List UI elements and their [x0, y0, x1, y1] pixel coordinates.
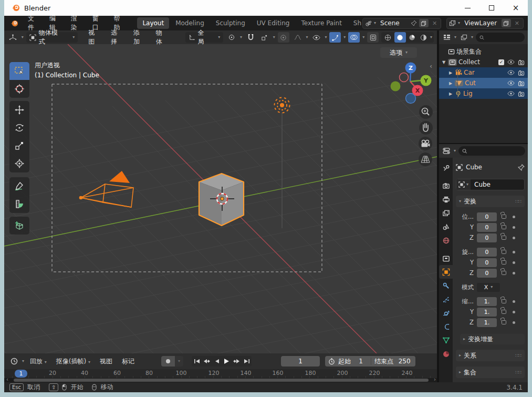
tool-move[interactable] — [9, 101, 29, 119]
maximize-button[interactable] — [479, 0, 504, 16]
pin-icon[interactable] — [411, 20, 417, 26]
shading-rendered-icon[interactable] — [419, 32, 429, 43]
timeline-view-menu[interactable]: 视图 — [96, 356, 116, 367]
current-frame-field[interactable]: 1 — [281, 356, 320, 367]
workspace-tab-sculpting[interactable]: Sculpting — [211, 17, 251, 29]
shading-solid-icon[interactable] — [394, 32, 406, 43]
outliner-editor-icon[interactable] — [442, 32, 452, 43]
lock-icon[interactable] — [502, 310, 506, 314]
properties-search-input[interactable] — [470, 148, 521, 155]
play-button[interactable] — [222, 356, 232, 367]
panel-delta-transform-header[interactable]: ▸ 变换增量 — [460, 334, 525, 344]
render-visibility-icon[interactable] — [518, 59, 525, 65]
tool-rotate[interactable] — [9, 119, 29, 137]
tool-measure[interactable] — [9, 195, 29, 213]
zoom-button[interactable] — [419, 105, 433, 119]
outliner-row-camera[interactable]: ▶ Car — [439, 67, 528, 78]
playback-menu[interactable]: 回放 ▾ — [26, 356, 50, 367]
lock-icon[interactable] — [502, 236, 506, 240]
render-visibility-icon[interactable] — [518, 80, 525, 86]
tab-object[interactable] — [439, 265, 453, 279]
transform-orientation[interactable]: 全局 ▾ — [185, 32, 224, 43]
editor-type-icon[interactable] — [7, 32, 19, 43]
scene-selector[interactable]: ▾ Scene ✕ — [362, 18, 441, 29]
chevron-down-icon[interactable]: ▾ — [175, 356, 183, 367]
panel-collections-header[interactable]: ▸ 集合 ∷∷ — [456, 367, 525, 378]
location-y-field[interactable]: 0 — [477, 223, 497, 232]
minimize-button[interactable] — [455, 0, 479, 16]
tool-transform[interactable] — [9, 155, 29, 172]
record-button[interactable] — [161, 356, 175, 367]
prev-keyframe-button[interactable] — [202, 356, 212, 367]
keyframe-dot[interactable] — [513, 311, 515, 313]
lock-icon[interactable] — [502, 225, 506, 229]
pin-icon[interactable] — [518, 164, 525, 171]
tab-view-layer[interactable] — [439, 206, 453, 220]
outliner-search[interactable] — [476, 33, 525, 42]
lock-icon[interactable] — [502, 299, 506, 303]
tab-scene[interactable] — [439, 220, 453, 233]
shading-wireframe-icon[interactable] — [383, 32, 393, 43]
new-viewlayer-button[interactable] — [502, 19, 511, 27]
ortho-grid-button[interactable] — [419, 152, 432, 166]
object-type-icon[interactable]: ▾ — [456, 179, 471, 190]
play-reverse-button[interactable] — [212, 356, 222, 367]
navigation-gizmo[interactable]: Z Y X — [391, 63, 432, 104]
lock-icon[interactable] — [502, 250, 506, 254]
outliner-row-light[interactable]: ▶ Lig — [439, 88, 528, 99]
scroll-right-icon[interactable]: › — [434, 376, 436, 382]
rotation-x-field[interactable]: 0 — [477, 248, 497, 257]
timeline-ruler[interactable]: 1 20 40 60 80 100 120 140 160 180 200 22… — [4, 369, 437, 378]
rotation-y-field[interactable]: 0 — [477, 258, 497, 267]
close-button[interactable]: × — [504, 0, 528, 16]
collection-checkbox[interactable]: ✓ — [498, 59, 504, 65]
panel-relations-header[interactable]: ▸ 关系 ∷∷ — [456, 350, 525, 361]
tab-collection[interactable] — [439, 251, 453, 265]
tab-world[interactable] — [439, 233, 453, 247]
pan-hand-button[interactable] — [419, 121, 433, 135]
tab-output[interactable] — [439, 192, 453, 206]
lock-icon[interactable] — [502, 260, 506, 264]
hide-eye-icon[interactable] — [507, 80, 515, 86]
workspace-tab-uv-editing[interactable]: UV Editing — [252, 17, 295, 29]
scale-z-field[interactable]: 1. — [477, 318, 497, 327]
tool-select-box[interactable] — [9, 62, 29, 80]
tab-particles[interactable] — [439, 292, 453, 306]
lock-icon[interactable] — [502, 320, 506, 324]
shading-material-icon[interactable] — [407, 32, 418, 43]
light-object[interactable] — [275, 98, 290, 229]
disclosure-closed-icon[interactable]: ▶ — [448, 91, 453, 96]
visibility-eye-icon[interactable] — [311, 32, 322, 43]
render-visibility-icon[interactable] — [518, 91, 525, 97]
hide-eye-icon[interactable] — [507, 91, 515, 96]
outliner-search-input[interactable] — [487, 34, 521, 41]
keyframe-dot[interactable] — [513, 216, 515, 218]
disclosure-closed-icon[interactable]: ▶ — [448, 81, 453, 86]
lock-icon[interactable] — [502, 271, 506, 275]
scroll-left-icon[interactable]: ‹ — [6, 376, 8, 382]
options-button[interactable]: 选项 ▾ — [380, 47, 417, 58]
viewlayer-name[interactable]: ViewLayer — [462, 19, 499, 27]
viewlayer-selector[interactable]: ▾ ViewLayer ✕ — [446, 18, 524, 29]
blender-menu-icon[interactable] — [11, 19, 18, 27]
drag-dots-icon[interactable]: ∷∷ — [516, 370, 521, 375]
tab-object-data[interactable] — [439, 333, 453, 347]
tab-physics[interactable] — [439, 306, 453, 320]
tool-annotate[interactable] — [9, 177, 29, 195]
disclosure-closed-icon[interactable]: ▶ — [448, 70, 453, 75]
mode-selector[interactable]: 物体模式 ▾ — [26, 32, 78, 43]
scale-y-field[interactable]: 1. — [477, 308, 497, 317]
tab-material[interactable] — [439, 347, 453, 361]
pivot-point-icon[interactable] — [226, 32, 237, 43]
keyframe-dot[interactable] — [513, 272, 515, 274]
sidebar-collapse-arrow[interactable]: ‹ — [430, 62, 432, 70]
next-keyframe-button[interactable] — [232, 356, 242, 367]
jump-to-start-button[interactable] — [192, 356, 202, 367]
keying-menu[interactable]: 抠像(插帧) ▾ — [53, 356, 94, 367]
keyframe-dot[interactable] — [513, 251, 515, 253]
timeline-editor-icon[interactable] — [8, 356, 20, 367]
markers-menu[interactable]: 标记 — [118, 356, 138, 367]
workspace-tab-modeling[interactable]: Modeling — [170, 17, 210, 29]
gizmos-toggle-icon[interactable] — [329, 32, 341, 43]
overlays-toggle-icon[interactable] — [348, 32, 360, 43]
